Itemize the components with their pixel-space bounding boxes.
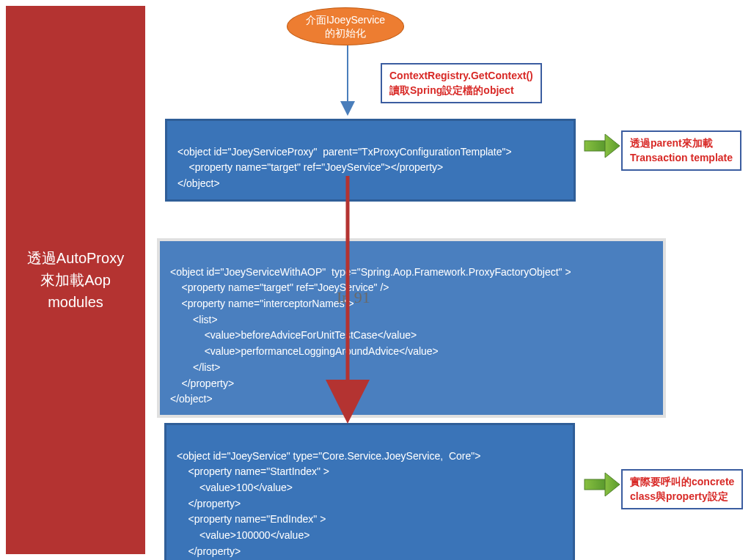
box3-l5: <property name="EndIndex" > <box>177 513 326 525</box>
box3-l1: <object id="JoeyService" type="Core.Serv… <box>177 450 480 462</box>
sidebar-line2: 來加載Aop <box>40 272 111 288</box>
box3-l7: </property> <box>177 545 241 557</box>
box3-l4: </property> <box>177 498 241 509</box>
box3-l6: <value>100000</value> <box>177 529 309 541</box>
box2-l3: <property name="interceptorNames"> <box>170 298 354 309</box>
box2-l4: <list> <box>170 314 218 325</box>
box2-l2: <property name="target" ref="JoeyService… <box>170 281 389 293</box>
ellipse-line1: 介面IJoeyService <box>306 14 385 26</box>
callout-r2-line1: 實際要呼叫的concrete <box>630 476 734 487</box>
box2-l1: <object id="JoeyServiceWithAOP" type="Sp… <box>170 266 571 278</box>
box2-l6: <value>performanceLoggingAroundAdvice</v… <box>170 345 439 357</box>
arrow-green-1 <box>585 134 620 158</box>
callout-r1-line2: Transaction template <box>630 152 733 163</box>
callout-contextregistry: ContextRegistry.GetContext() 讀取Spring設定檔… <box>381 63 542 103</box>
sidebar-line3: modules <box>48 294 103 310</box>
box1-l3: </object> <box>177 177 220 189</box>
codebox-service: <object id="JoeyService" type="Core.Serv… <box>164 423 575 560</box>
sidebar-line1: 透過AutoProxy <box>27 250 124 266</box>
box2-l7: </list> <box>170 361 220 373</box>
box3-l2: <property name="StartIndex" > <box>177 465 329 477</box>
callout-parent-template: 透過parent來加載 Transaction template <box>621 130 741 171</box>
arrow-green-2 <box>585 473 620 496</box>
ellipse-line2: 的初始化 <box>325 27 366 39</box>
box2-l8: </property> <box>170 377 234 389</box>
box3-l3: <value>100</value> <box>177 482 293 493</box>
start-ellipse: 介面IJoeyService 的初始化 <box>287 7 404 45</box>
box1-l1: <object id="JoeyServiceProxy" parent="Tx… <box>177 146 512 158</box>
codebox-proxy: <object id="JoeyServiceProxy" parent="Tx… <box>165 119 576 202</box>
sidebar-label: 透過AutoProxy 來加載Aop modules <box>6 6 145 554</box>
svg-rect-1 <box>585 479 605 490</box>
callout-concrete-class: 實際要呼叫的concrete class與property設定 <box>621 469 743 509</box>
callout-r2-line2: class與property設定 <box>630 490 728 502</box>
callout-r1-line1: 透過parent來加載 <box>630 137 713 149</box>
box2-l5: <value>beforeAdviceForUnitTestCase</valu… <box>170 329 417 341</box>
codebox-aop: <object id="JoeyServiceWithAOP" type="Sp… <box>157 238 666 418</box>
svg-rect-0 <box>585 141 605 151</box>
box2-l9: </object> <box>170 393 213 405</box>
callout-top-line2: 讀取Spring設定檔的object <box>389 84 514 96</box>
box1-l2: <property name="target" ref="JoeyService… <box>177 161 443 173</box>
callout-top-line1: ContextRegistry.GetContext() <box>389 70 533 81</box>
